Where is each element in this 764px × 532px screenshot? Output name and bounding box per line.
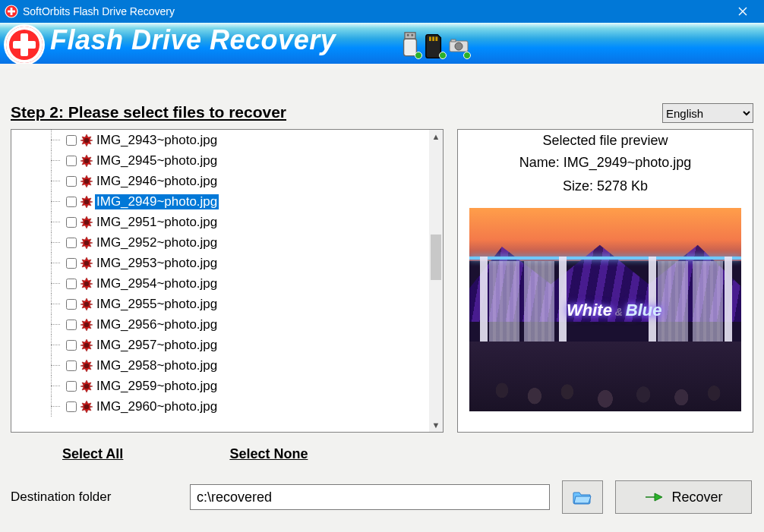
- svg-rect-14: [451, 39, 456, 42]
- preview-file-name: Name: IMG_2949~photo.jpg: [519, 155, 692, 171]
- preview-overlay-text-blue: Blue: [626, 301, 662, 320]
- file-row[interactable]: IMG_2951~photo.jpg: [11, 212, 429, 232]
- file-row[interactable]: IMG_2953~photo.jpg: [11, 253, 429, 273]
- destination-folder-label: Destination folder: [11, 490, 178, 505]
- file-list-panel: IMG_2943~photo.jpg IMG_2945~photo.jpg IM…: [11, 129, 444, 433]
- folder-icon: [573, 490, 592, 505]
- preview-heading: Selected file preview: [542, 133, 668, 149]
- file-row[interactable]: IMG_2954~photo.jpg: [11, 273, 429, 294]
- image-file-icon: [80, 175, 93, 188]
- tree-line: [43, 171, 63, 191]
- tree-line: [43, 150, 63, 171]
- file-row[interactable]: IMG_2959~photo.jpg: [11, 376, 429, 396]
- file-name-label: IMG_2953~photo.jpg: [95, 256, 219, 271]
- svg-rect-10: [432, 37, 434, 42]
- svg-point-38: [84, 363, 89, 367]
- file-name-label: IMG_2959~photo.jpg: [95, 379, 219, 394]
- svg-point-32: [84, 301, 89, 306]
- select-none-link[interactable]: Select None: [229, 446, 308, 462]
- svg-point-36: [84, 342, 89, 347]
- tree-line: [43, 335, 63, 355]
- image-file-icon: [80, 379, 93, 393]
- recover-button-label: Recover: [671, 490, 722, 505]
- sd-card-icon: [424, 33, 445, 58]
- tree-line: [43, 314, 63, 335]
- file-list[interactable]: IMG_2943~photo.jpg IMG_2945~photo.jpg IM…: [11, 130, 429, 432]
- file-row[interactable]: IMG_2958~photo.jpg: [11, 355, 429, 376]
- file-row[interactable]: IMG_2955~photo.jpg: [11, 294, 429, 314]
- svg-rect-11: [435, 37, 437, 42]
- svg-point-18: [84, 158, 89, 162]
- tree-line: [43, 273, 63, 294]
- file-row[interactable]: IMG_2952~photo.jpg: [11, 232, 429, 253]
- file-row[interactable]: IMG_2949~photo.jpg: [11, 191, 429, 212]
- svg-rect-8: [411, 34, 413, 36]
- file-checkbox[interactable]: [66, 238, 77, 248]
- preview-name-label: Name:: [519, 155, 564, 170]
- image-file-icon: [80, 318, 93, 332]
- svg-rect-7: [407, 34, 409, 36]
- select-all-link[interactable]: Select All: [62, 446, 123, 462]
- image-file-icon: [80, 297, 93, 311]
- scroll-track[interactable]: [429, 143, 443, 418]
- tree-line: [43, 212, 63, 232]
- window-close-button[interactable]: [726, 0, 759, 23]
- image-file-icon: [80, 257, 93, 270]
- tree-line: [43, 355, 63, 376]
- file-checkbox[interactable]: [66, 340, 77, 351]
- file-checkbox[interactable]: [66, 320, 77, 330]
- svg-point-42: [84, 404, 89, 408]
- file-name-label: IMG_2956~photo.jpg: [95, 317, 219, 332]
- scroll-thumb[interactable]: [431, 235, 441, 280]
- file-row[interactable]: IMG_2960~photo.jpg: [11, 396, 429, 417]
- file-list-scrollbar[interactable]: ▲ ▼: [429, 130, 443, 432]
- file-name-label: IMG_2960~photo.jpg: [95, 399, 219, 414]
- svg-point-26: [84, 240, 89, 244]
- file-checkbox[interactable]: [66, 197, 77, 207]
- file-name-label: IMG_2955~photo.jpg: [95, 297, 219, 312]
- file-checkbox[interactable]: [66, 279, 77, 289]
- file-checkbox[interactable]: [66, 381, 77, 392]
- file-name-label: IMG_2951~photo.jpg: [95, 215, 219, 230]
- file-checkbox[interactable]: [66, 176, 77, 187]
- file-checkbox[interactable]: [66, 258, 77, 269]
- destination-folder-input[interactable]: [190, 484, 550, 510]
- file-checkbox[interactable]: [66, 401, 77, 412]
- scroll-down-button[interactable]: ▼: [429, 418, 443, 432]
- file-row[interactable]: IMG_2956~photo.jpg: [11, 314, 429, 335]
- recover-button[interactable]: Recover: [615, 480, 752, 514]
- tree-line: [43, 294, 63, 314]
- file-row[interactable]: IMG_2946~photo.jpg: [11, 171, 429, 191]
- svg-point-13: [455, 42, 463, 50]
- file-name-label: IMG_2958~photo.jpg: [95, 358, 219, 373]
- svg-point-24: [84, 219, 89, 224]
- recover-arrow-icon: [644, 490, 664, 505]
- svg-rect-9: [429, 37, 431, 42]
- image-file-icon: [80, 359, 93, 373]
- main-content: Step 2: Please select files to recover E…: [0, 68, 764, 532]
- file-row[interactable]: IMG_2943~photo.jpg: [11, 130, 429, 150]
- preview-file-size: Size: 5278 Kb: [563, 178, 648, 194]
- file-name-label: IMG_2954~photo.jpg: [95, 276, 219, 291]
- image-file-icon: [80, 400, 93, 414]
- file-checkbox[interactable]: [66, 360, 77, 371]
- file-row[interactable]: IMG_2957~photo.jpg: [11, 335, 429, 355]
- image-file-icon: [80, 338, 93, 352]
- file-checkbox[interactable]: [66, 156, 77, 166]
- browse-folder-button[interactable]: [562, 480, 603, 514]
- window-titlebar: SoftOrbits Flash Drive Recovery: [0, 0, 764, 23]
- svg-point-22: [84, 199, 89, 203]
- image-file-icon: [80, 195, 93, 209]
- file-checkbox[interactable]: [66, 217, 77, 228]
- file-row[interactable]: IMG_2945~photo.jpg: [11, 150, 429, 171]
- file-checkbox[interactable]: [66, 135, 77, 146]
- supported-devices: [399, 33, 469, 58]
- app-icon: [5, 5, 18, 18]
- svg-point-28: [84, 260, 89, 265]
- scroll-up-button[interactable]: ▲: [429, 130, 443, 143]
- app-logo: [6, 27, 43, 63]
- tree-line: [43, 253, 63, 273]
- file-checkbox[interactable]: [66, 299, 77, 310]
- language-select[interactable]: English: [662, 103, 753, 123]
- image-file-icon: [80, 216, 93, 229]
